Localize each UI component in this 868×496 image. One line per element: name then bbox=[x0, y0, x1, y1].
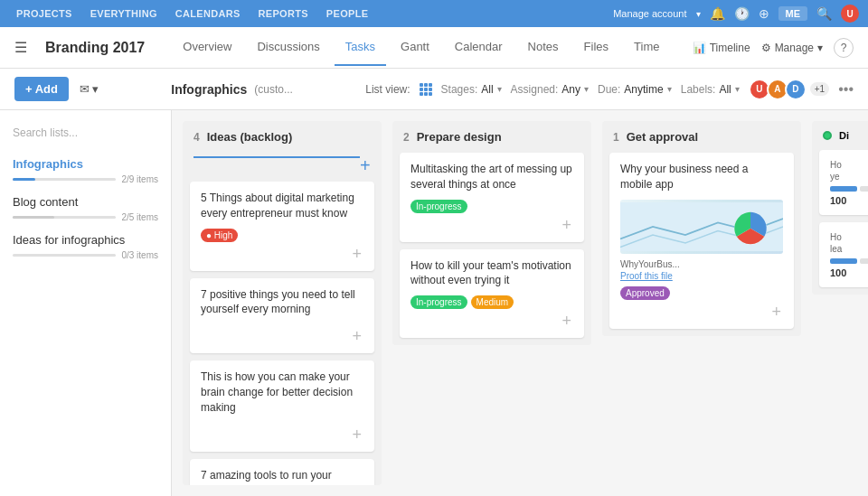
nav-projects[interactable]: PROJECTS bbox=[9, 5, 80, 23]
partial-card-text: Holea bbox=[830, 231, 868, 255]
column-count: 4 bbox=[193, 131, 200, 144]
list-view-label: List view: bbox=[365, 83, 410, 96]
card-5: Multitasking the art of messing up sever… bbox=[400, 153, 584, 242]
partial-card-1: Hoye 100 bbox=[819, 150, 868, 215]
card-thumbnail bbox=[620, 200, 783, 254]
more-avatars-badge[interactable]: +1 bbox=[810, 82, 829, 96]
manage-button[interactable]: ⚙ Manage ▾ bbox=[761, 42, 823, 54]
timeline-icon: 📊 bbox=[693, 42, 706, 54]
column-count: 2 bbox=[403, 131, 410, 144]
card-add-area: + bbox=[201, 423, 363, 443]
column-body: 5 Things about digital marketing every e… bbox=[183, 182, 382, 485]
card-3: This is how you can make your brain chan… bbox=[190, 360, 374, 451]
status-dot bbox=[823, 131, 832, 140]
email-button[interactable]: ✉ ▾ bbox=[80, 82, 99, 96]
thumbnail-image bbox=[620, 200, 783, 254]
grid-view-icon[interactable] bbox=[420, 83, 432, 96]
nav-reports[interactable]: REPORTS bbox=[251, 5, 316, 23]
partial-card-bars bbox=[830, 186, 868, 192]
column-body: Why your business need a mobile app bbox=[602, 153, 801, 336]
sidebar-item-name: Infographics bbox=[13, 157, 158, 171]
card-title: Multitasking the art of messing up sever… bbox=[410, 162, 573, 192]
bell-icon[interactable]: 🔔 bbox=[710, 6, 725, 21]
card-6: How to kill your team's motivation witho… bbox=[400, 249, 584, 339]
card-add-area: + bbox=[201, 324, 363, 344]
card-add-button[interactable]: + bbox=[561, 217, 571, 233]
clock-icon[interactable]: 🕐 bbox=[734, 6, 750, 21]
card-add-area: + bbox=[201, 242, 363, 262]
sidebar-item-ideas[interactable]: Ideas for infographics 0/3 items bbox=[0, 228, 171, 266]
partial-column-label: Di bbox=[839, 130, 849, 141]
labels-chevron-icon: ▾ bbox=[735, 84, 740, 94]
card-tags: ● High bbox=[201, 229, 363, 242]
card-file-link[interactable]: Proof this file bbox=[620, 271, 783, 281]
email-icon: ✉ bbox=[80, 82, 90, 96]
partial-card-text: Hoye bbox=[830, 159, 868, 182]
kebab-menu-icon[interactable]: ••• bbox=[838, 81, 854, 98]
card-add-button[interactable]: + bbox=[561, 313, 571, 329]
chevron-icon: ▾ bbox=[696, 9, 701, 19]
labels-value: All bbox=[719, 83, 731, 96]
column-partial: Di Hoye 100 Holea bbox=[812, 121, 868, 295]
card-add-area: + bbox=[620, 300, 783, 320]
card-title: This is how you can make your brain chan… bbox=[201, 370, 363, 415]
partial-card-2: Holea 100 bbox=[819, 222, 868, 287]
manage-account-link[interactable]: Manage account bbox=[613, 8, 686, 19]
card-2: 7 positive things you need to tell yours… bbox=[190, 278, 374, 354]
card-add-button[interactable]: + bbox=[352, 426, 362, 443]
due-filter[interactable]: Due: Anytime ▾ bbox=[598, 83, 672, 96]
tab-discussions[interactable]: Discussions bbox=[246, 29, 330, 66]
hamburger-menu[interactable]: ☰ bbox=[14, 39, 27, 56]
toolbar: + Add ✉ ▾ Infographics (custo... List vi… bbox=[0, 69, 868, 110]
board-title-area: Infographics (custo... bbox=[171, 82, 293, 97]
assigned-value: Any bbox=[561, 83, 580, 96]
column-title: Get approval bbox=[627, 130, 698, 144]
project-header-right: 📊 Timeline ⚙ Manage ▾ ? bbox=[693, 38, 854, 58]
stages-chevron-icon: ▾ bbox=[497, 84, 502, 94]
card-add-button[interactable]: + bbox=[352, 328, 362, 344]
nav-people[interactable]: PEOPLE bbox=[319, 5, 375, 23]
sidebar-item-infographics[interactable]: Infographics 2/9 items bbox=[0, 152, 171, 190]
card-title: 7 positive things you need to tell yours… bbox=[201, 287, 363, 318]
sidebar-item-blog-content[interactable]: Blog content 2/5 items bbox=[0, 190, 171, 228]
tab-time[interactable]: Time bbox=[623, 29, 670, 66]
tab-calendar[interactable]: Calendar bbox=[444, 29, 514, 66]
add-button[interactable]: + Add bbox=[14, 77, 69, 101]
labels-filter[interactable]: Labels: All ▾ bbox=[681, 83, 740, 96]
avatar-d[interactable]: D bbox=[785, 79, 807, 100]
user-avatar[interactable]: U bbox=[841, 5, 859, 23]
me-button[interactable]: ME bbox=[778, 6, 808, 21]
tab-tasks[interactable]: Tasks bbox=[335, 29, 386, 66]
card-add-button[interactable]: + bbox=[352, 246, 362, 262]
tag-in-progress: In-progress bbox=[410, 200, 467, 213]
tab-gantt[interactable]: Gantt bbox=[390, 29, 440, 66]
partial-card-percent-1: 100 bbox=[830, 195, 868, 206]
card-title: How to kill your team's motivation witho… bbox=[410, 258, 573, 289]
card-add-button[interactable]: + bbox=[771, 304, 781, 320]
sidebar: Search lists... Infographics 2/9 items B… bbox=[0, 110, 172, 496]
labels-label: Labels: bbox=[681, 83, 716, 96]
assigned-filter[interactable]: Assigned: Any ▾ bbox=[511, 83, 589, 96]
column-title: Prepare design bbox=[417, 130, 502, 144]
search-lists-input[interactable]: Search lists... bbox=[0, 121, 171, 145]
card-tags: Approved bbox=[620, 286, 783, 300]
tab-notes[interactable]: Notes bbox=[517, 29, 570, 66]
column-get-approval: 1 Get approval Why your business need a … bbox=[602, 121, 801, 336]
column-prepare-design: 2 Prepare design Multitasking the art of… bbox=[392, 121, 591, 345]
board-title: Infographics bbox=[171, 82, 247, 97]
tab-files[interactable]: Files bbox=[573, 29, 619, 66]
card-title: Why your business need a mobile app bbox=[620, 162, 783, 192]
tag-in-progress: In-progress bbox=[410, 295, 467, 309]
nav-everything[interactable]: EVERYTHING bbox=[83, 5, 165, 23]
timeline-button[interactable]: 📊 Timeline bbox=[693, 42, 750, 54]
due-label: Due: bbox=[598, 83, 620, 96]
column-header: 4 Ideas (backlog) bbox=[183, 121, 382, 153]
share-icon[interactable]: ⊕ bbox=[759, 6, 769, 21]
search-icon[interactable]: 🔍 bbox=[816, 6, 832, 21]
column-body: Hoye 100 Holea 100 bbox=[812, 150, 868, 295]
help-button[interactable]: ? bbox=[834, 38, 854, 58]
tab-overview[interactable]: Overview bbox=[172, 29, 242, 66]
add-card-top-button[interactable]: + bbox=[360, 156, 371, 174]
stages-filter[interactable]: Stages: All ▾ bbox=[441, 83, 502, 96]
nav-calendars[interactable]: CALENDARS bbox=[168, 5, 248, 23]
